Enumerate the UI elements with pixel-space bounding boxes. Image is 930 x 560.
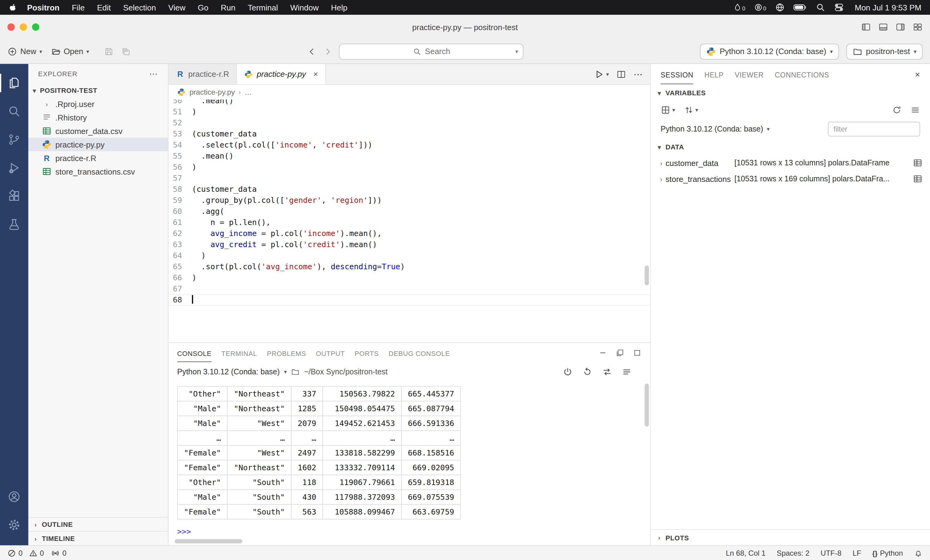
open-button[interactable]: Open ▾ xyxy=(51,46,89,56)
status-eol[interactable]: LF xyxy=(853,549,861,557)
panel-tab-problems[interactable]: PROBLEMS xyxy=(267,344,306,362)
globe-icon[interactable] xyxy=(775,3,785,12)
breadcrumb-rest[interactable]: … xyxy=(245,88,252,97)
menu-selection[interactable]: Selection xyxy=(123,3,156,12)
console-horizontal-scrollbar[interactable] xyxy=(175,539,242,543)
editor-tab-practice-r-r[interactable]: Rpractice-r.R xyxy=(169,64,237,84)
restart-console-icon[interactable] xyxy=(582,367,592,377)
breadcrumb[interactable]: practice-py.py › … xyxy=(169,85,650,100)
refresh-variables-icon[interactable] xyxy=(892,105,902,115)
close-panel-icon[interactable]: × xyxy=(915,69,920,79)
code-line-68[interactable]: 68 xyxy=(169,295,650,305)
explorer-more-actions-icon[interactable]: ⋯ xyxy=(149,69,158,79)
panel-tab-terminal[interactable]: TERMINAL xyxy=(222,344,257,362)
console-prompt[interactable]: >>> xyxy=(177,527,650,536)
tree-item-practice-r-r[interactable]: Rpractice-r.R xyxy=(28,151,168,165)
editor-scrollbar[interactable] xyxy=(645,265,649,285)
code-line-60[interactable]: 60 .agg( xyxy=(169,206,650,217)
menubar-badge-2[interactable]: 0 xyxy=(754,3,766,12)
code-line-57[interactable]: 57 xyxy=(169,173,650,184)
variables-section-header[interactable]: ▾ VARIABLES xyxy=(651,85,930,101)
session-tab-session[interactable]: SESSION xyxy=(661,65,693,84)
table-viewer-icon[interactable] xyxy=(913,174,922,184)
ports-indicator[interactable]: 0 xyxy=(51,549,66,557)
testing-activity-button[interactable] xyxy=(0,210,28,238)
code-line-52[interactable]: 52 xyxy=(169,117,650,129)
variables-menu-icon[interactable] xyxy=(910,105,920,115)
apple-menu-icon[interactable] xyxy=(9,3,17,12)
variables-sort-dropdown[interactable]: ▾ xyxy=(684,105,698,115)
sidebar-section-timeline[interactable]: ›TIMELINE xyxy=(28,531,168,545)
panel-tab-ports[interactable]: PORTS xyxy=(354,344,379,362)
session-tab-viewer[interactable]: VIEWER xyxy=(735,65,764,84)
code-line-55[interactable]: 55 .mean() xyxy=(169,150,650,162)
minimize-panel-icon[interactable] xyxy=(599,348,607,357)
close-tab-icon[interactable]: × xyxy=(313,69,318,79)
workspace-selector[interactable]: positron-test ▾ xyxy=(846,43,922,59)
panel-tab-output[interactable]: OUTPUT xyxy=(316,344,345,362)
zoom-window-button[interactable] xyxy=(32,23,39,31)
panel-tab-console[interactable]: CONSOLE xyxy=(177,344,212,362)
save-all-icon[interactable] xyxy=(121,46,131,56)
settings-button[interactable] xyxy=(0,511,28,539)
menu-go[interactable]: Go xyxy=(198,3,208,12)
problems-indicator[interactable]: 0 0 xyxy=(8,549,44,557)
data-section-header[interactable]: ▾ DATA xyxy=(651,139,930,155)
status-cursor-position[interactable]: Ln 68, Col 1 xyxy=(726,549,765,557)
status-language-mode[interactable]: {}Python xyxy=(872,549,903,557)
code-line-64[interactable]: 64 ) xyxy=(169,250,650,261)
code-line-67[interactable]: 67 xyxy=(169,283,650,295)
extensions-activity-button[interactable] xyxy=(0,182,28,210)
tree-item-store-transactions-csv[interactable]: store_transactions.csv xyxy=(28,165,168,178)
split-editor-icon[interactable] xyxy=(616,69,626,79)
menu-file[interactable]: File xyxy=(72,3,85,12)
code-line-65[interactable]: 65 .sort(pl.col('avg_income'), descendin… xyxy=(169,261,650,272)
editor-more-actions-icon[interactable]: ⋯ xyxy=(634,69,643,80)
code-line-51[interactable]: 51) xyxy=(169,106,650,117)
breadcrumb-file[interactable]: practice-py.py xyxy=(189,88,235,97)
variable-store_transactions[interactable]: ›store_transactions[10531 rows x 169 col… xyxy=(651,171,930,187)
workspace-root-folder[interactable]: ▾ POSITRON-TEST xyxy=(28,84,168,97)
console-interpreter[interactable]: Python 3.10.12 (Conda: base) xyxy=(177,368,280,376)
restore-panel-icon[interactable] xyxy=(616,348,624,357)
explorer-activity-button[interactable] xyxy=(0,69,28,97)
table-viewer-icon[interactable] xyxy=(913,158,922,168)
close-window-button[interactable] xyxy=(8,23,15,31)
variables-filter-input[interactable] xyxy=(828,122,920,137)
tree-item-practice-py-py[interactable]: practice-py.py xyxy=(28,138,168,151)
variable-customer_data[interactable]: ›customer_data[10531 rows x 13 columns] … xyxy=(651,155,930,171)
console-list-icon[interactable] xyxy=(622,367,632,377)
battery-icon[interactable] xyxy=(793,4,807,11)
code-line-56[interactable]: 56) xyxy=(169,162,650,173)
sidebar-section-outline[interactable]: ›OUTLINE xyxy=(28,517,168,531)
variables-interpreter[interactable]: Python 3.10.12 (Conda: base) xyxy=(661,125,763,133)
session-tab-help[interactable]: HELP xyxy=(704,65,724,84)
minimize-window-button[interactable] xyxy=(20,23,27,31)
tree-item--rhistory[interactable]: .Rhistory xyxy=(28,110,168,124)
variables-view-mode-dropdown[interactable]: ▾ xyxy=(661,105,675,115)
menu-help[interactable]: Help xyxy=(331,3,348,12)
tree-item--rproj-user[interactable]: ›.Rproj.user xyxy=(28,97,168,110)
menu-terminal[interactable]: Terminal xyxy=(248,3,278,12)
menu-run[interactable]: Run xyxy=(221,3,236,12)
control-center-icon[interactable] xyxy=(834,3,844,12)
code-editor[interactable]: 50 .mean()51)5253(customer_data54 .selec… xyxy=(169,100,650,342)
switch-session-icon[interactable] xyxy=(602,367,612,377)
customize-layout-icon[interactable] xyxy=(913,22,922,32)
code-line-61[interactable]: 61 n = pl.len(), xyxy=(169,217,650,228)
shutdown-console-icon[interactable] xyxy=(563,367,573,377)
panel-tab-debug-console[interactable]: DEBUG CONSOLE xyxy=(388,344,450,362)
plots-section-header[interactable]: › PLOTS xyxy=(651,529,930,545)
tree-item-customer-data-csv[interactable]: customer_data.csv xyxy=(28,124,168,138)
new-button[interactable]: New ▾ xyxy=(8,46,42,56)
status-encoding[interactable]: UTF-8 xyxy=(821,549,841,557)
command-center-search[interactable]: Search ▾ xyxy=(339,43,524,59)
search-activity-button[interactable] xyxy=(0,97,28,126)
code-line-63[interactable]: 63 avg_credit = pl.col('credit').mean() xyxy=(169,239,650,250)
bell-icon[interactable] xyxy=(914,549,922,557)
status-indentation[interactable]: Spaces: 2 xyxy=(776,549,810,557)
interpreter-selector[interactable]: Python 3.10.12 (Conda: base) ▾ xyxy=(700,43,839,59)
code-line-66[interactable]: 66) xyxy=(169,272,650,283)
menubar-clock[interactable]: Mon Jul 1 9:53 PM xyxy=(855,3,921,12)
toggle-right-sidebar-icon[interactable] xyxy=(896,22,905,32)
